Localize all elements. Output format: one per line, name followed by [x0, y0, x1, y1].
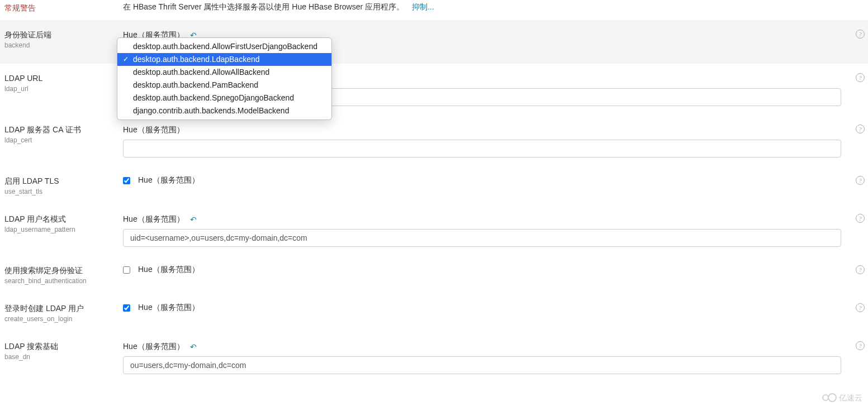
create-users-key: create_users_on_login: [4, 315, 116, 323]
ldap-url-title: LDAP URL: [4, 73, 116, 84]
backend-dropdown[interactable]: desktop.auth.backend.AllowFirstUserDjang…: [117, 37, 332, 120]
dropdown-option[interactable]: desktop.auth.backend.AllowAllBackend: [117, 66, 331, 79]
ldap-cert-row: LDAP 服务器 CA 证书 ldap_cert Hue（服务范围） ?: [0, 115, 868, 166]
create-users-title: 登录时创建 LDAP 用户: [4, 303, 116, 314]
create-users-scope: Hue（服务范围）: [138, 303, 200, 313]
help-icon[interactable]: ?: [856, 214, 865, 223]
ldap-username-pattern-row: LDAP 用户名模式 ldap_username_pattern Hue（服务范…: [0, 204, 868, 256]
help-icon[interactable]: ?: [856, 125, 865, 133]
search-bind-auth-key: search_bind_authentication: [4, 277, 116, 285]
help-icon[interactable]: ?: [856, 30, 865, 39]
base-dn-row: LDAP 搜索基础 base_dn Hue（服务范围） ↶ ?: [0, 332, 868, 383]
undo-icon[interactable]: ↶: [190, 215, 197, 224]
dropdown-option[interactable]: desktop.auth.backend.PamBackend: [117, 79, 331, 92]
base-dn-title: LDAP 搜索基础: [4, 341, 116, 352]
backend-key: backend: [4, 41, 116, 49]
use-start-tls-scope: Hue（服务范围）: [138, 175, 200, 185]
undo-icon[interactable]: ↶: [190, 342, 197, 351]
dropdown-option[interactable]: desktop.auth.backend.AllowFirstUserDjang…: [117, 40, 331, 53]
ldap-cert-scope: Hue（服务范围）: [123, 125, 184, 135]
dropdown-option-selected[interactable]: desktop.auth.backend.LdapBackend: [117, 53, 331, 66]
base-dn-input[interactable]: [123, 356, 841, 374]
warning-message: 在 HBase Thrift Server 属性中选择服务器以使用 Hue HB…: [123, 2, 404, 11]
dropdown-option[interactable]: desktop.auth.backend.SpnegoDjangoBackend: [117, 92, 331, 104]
ldap-cert-input[interactable]: [123, 140, 841, 157]
ldap-cert-title: LDAP 服务器 CA 证书: [4, 124, 116, 135]
ldap-cert-key: ldap_cert: [4, 136, 116, 144]
ldap-username-pattern-key: ldap_username_pattern: [4, 226, 116, 233]
create-users-checkbox[interactable]: [123, 304, 130, 312]
base-dn-key: base_dn: [4, 353, 116, 361]
ldap-username-pattern-title: LDAP 用户名模式: [4, 213, 116, 225]
use-start-tls-key: use_start_tls: [4, 188, 116, 195]
search-bind-auth-row: 使用搜索绑定身份验证 search_bind_authentication Hu…: [0, 256, 868, 294]
use-start-tls-title: 启用 LDAP TLS: [4, 175, 116, 187]
search-bind-auth-scope: Hue（服务范围）: [138, 265, 200, 275]
search-bind-auth-checkbox[interactable]: [123, 266, 130, 274]
dropdown-option[interactable]: django.contrib.auth.backends.ModelBacken…: [117, 104, 331, 117]
base-dn-scope: Hue（服务范围）: [123, 342, 184, 352]
help-icon[interactable]: ?: [856, 265, 865, 274]
ldap-username-pattern-scope: Hue（服务范围）: [123, 214, 184, 225]
warning-row: 常规警告 在 HBase Thrift Server 属性中选择服务器以使用 H…: [0, 0, 868, 20]
search-bind-auth-title: 使用搜索绑定身份验证: [4, 265, 116, 276]
warning-title: 常规警告: [4, 2, 116, 13]
help-icon[interactable]: ?: [856, 73, 865, 82]
ldap-url-key: ldap_url: [4, 85, 116, 93]
help-icon[interactable]: ?: [856, 176, 865, 185]
create-users-row: 登录时创建 LDAP 用户 create_users_on_login Hue（…: [0, 294, 868, 332]
help-icon[interactable]: ?: [856, 303, 865, 312]
backend-title: 身份验证后端: [4, 29, 116, 40]
help-icon[interactable]: ?: [856, 341, 865, 350]
suppress-link[interactable]: 抑制...: [412, 2, 434, 11]
use-start-tls-checkbox[interactable]: [123, 177, 130, 184]
use-start-tls-row: 启用 LDAP TLS use_start_tls Hue（服务范围） ?: [0, 166, 868, 204]
ldap-username-pattern-input[interactable]: [123, 229, 841, 247]
